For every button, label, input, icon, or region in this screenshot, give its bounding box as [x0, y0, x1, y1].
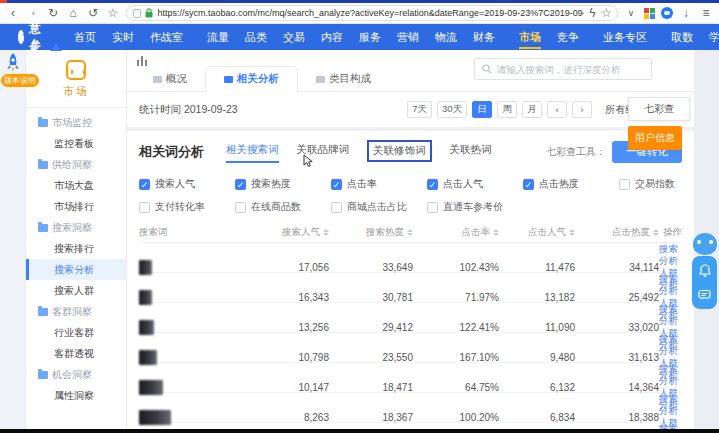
sidebar-item-market-rank[interactable]: 市场排行 [26, 196, 126, 217]
chat-icon[interactable] [698, 289, 711, 301]
redacted-keyword [139, 260, 152, 275]
messenger-extension-icon[interactable] [661, 7, 673, 19]
address-bar[interactable]: https://sycm.taobao.com/mc/mq/search_ana… [126, 5, 618, 21]
unit-week-button[interactable]: 周 [497, 101, 517, 118]
col-search-popularity[interactable]: 搜索人气 [239, 226, 329, 239]
unit-day-button-active[interactable]: 日 [472, 101, 492, 118]
sidebar-item-search-rank[interactable]: 搜索排行 [26, 238, 126, 259]
cell-search-popularity: 10,147 [239, 382, 329, 393]
search-analysis-link[interactable]: 搜索分析 [659, 333, 682, 357]
sidebar-item-industry-customer[interactable]: 行业客群 [26, 322, 126, 343]
tab-related-modifier-words[interactable]: 关联修饰词 [367, 140, 432, 162]
col-click-rate[interactable]: 点击率 [413, 226, 499, 239]
nav-item-data-fetch[interactable]: 取数 [663, 24, 701, 50]
tab-relation-analysis-active[interactable]: 相关分析 [205, 66, 298, 92]
nav-item-realtime[interactable]: 实时 [104, 24, 142, 50]
cell-search-popularity: 13,256 [239, 322, 329, 333]
range-30d-button[interactable]: 30天 [437, 101, 467, 118]
filter-mall-click-share[interactable]: ✓商城点击占比 [331, 200, 427, 214]
tab-related-hot-words[interactable]: 关联热词 [450, 143, 492, 161]
user-info-menu-item[interactable]: 用户信息 [628, 126, 682, 150]
filter-search-popularity[interactable]: ✓搜索人气 [139, 177, 235, 191]
search-analysis-link[interactable]: 搜索分析 [659, 393, 682, 417]
version-badge[interactable]: 版本说明 [1, 74, 39, 87]
extensions-chevron-icon[interactable]: ∨ [624, 9, 638, 18]
search-analysis-link[interactable]: 搜索分析 [659, 243, 682, 267]
nav-item-category[interactable]: 品类 [237, 24, 275, 50]
sidebar-item-search-crowd[interactable]: 搜索人群 [26, 280, 126, 301]
range-7d-button[interactable]: 7天 [407, 101, 432, 118]
site-info-icon[interactable] [133, 9, 141, 18]
download-icon[interactable]: ↓ [679, 7, 693, 19]
search-analysis-link[interactable]: 搜索分析 [659, 363, 682, 387]
tab-overview[interactable]: 概况 [135, 67, 205, 92]
filter-pay-conversion[interactable]: ✓支付转化率 [139, 200, 235, 214]
prev-date-button[interactable]: ‹ [547, 101, 567, 118]
filter-click-rate[interactable]: ✓点击率 [331, 177, 427, 191]
filter-online-items[interactable]: ✓在线商品数 [235, 200, 331, 214]
sidebar-item-market-overview[interactable]: 市场大盘 [26, 175, 126, 196]
home-icon[interactable]: ⌂ [66, 7, 80, 19]
nav-item-academy[interactable]: 学院 [701, 24, 719, 50]
apps-grid-icon[interactable] [644, 8, 655, 19]
bookmark-star-icon[interactable]: ☆ [106, 7, 120, 19]
nav-item-market-active[interactable]: 市场 [511, 24, 549, 50]
nav-item-marketing[interactable]: 营销 [389, 24, 427, 50]
filter-trade-index[interactable]: ✓交易指数 [619, 177, 682, 191]
filter-ztc-ref-price[interactable]: ✓直通车参考价 [427, 200, 523, 214]
nav-item-warroom[interactable]: 作战室 [142, 24, 191, 50]
unit-month-button[interactable]: 月 [522, 101, 542, 118]
checkbox-icon: ✓ [235, 179, 246, 190]
nav-item-trade[interactable]: 交易 [275, 24, 313, 50]
next-date-button[interactable]: › [572, 101, 592, 118]
search-analysis-link[interactable]: 搜索分析 [659, 303, 682, 327]
nav-item-home[interactable]: 首页 [66, 24, 104, 50]
redacted-keyword [139, 290, 152, 305]
nav-item-business-zone[interactable]: 业务专区 [595, 24, 655, 50]
sidebar-group-supply-insight[interactable]: 供给洞察 [26, 154, 126, 175]
filter-click-popularity[interactable]: ✓点击人气 [427, 177, 523, 191]
sidebar-group-search-insight[interactable]: 搜索洞察 [26, 217, 126, 238]
sidebar-item-customer-perspective[interactable]: 客群透视 [26, 343, 126, 364]
col-search-heat[interactable]: 搜索热度 [329, 226, 413, 239]
col-operations: 操作 [659, 226, 682, 239]
nav-item-logistics[interactable]: 物流 [427, 24, 465, 50]
sidebar-item-monitor-board[interactable]: 监控看板 [26, 133, 126, 154]
left-rail: 版本说明 [0, 50, 26, 429]
sidebar-group-market-monitor[interactable]: 市场监控 [26, 112, 126, 133]
nav-item-content[interactable]: 内容 [313, 24, 351, 50]
nav-item-finance[interactable]: 财务 [465, 24, 503, 50]
equalizer-icon [137, 56, 147, 66]
stats-date: 2019-09-23 [184, 103, 238, 115]
cell-search-heat: 33,649 [329, 262, 413, 273]
sidebar-item-search-analysis-active[interactable]: 搜索分析 [26, 259, 126, 280]
filter-click-heat[interactable]: ✓点击热度 [523, 177, 619, 191]
tab-related-brand-words[interactable]: 关联品牌词 [297, 143, 350, 161]
tab-related-search-words-active[interactable]: 相关搜索词 [226, 143, 279, 161]
browser-menu-icon[interactable]: ≡ [699, 7, 713, 19]
sidebar-group-opportunity-insight[interactable]: 机会洞察 [26, 364, 126, 385]
sidebar-group-customer-insight[interactable]: 客群洞察 [26, 301, 126, 322]
rocket-icon[interactable] [4, 52, 22, 74]
nav-item-competition[interactable]: 竞争 [549, 24, 587, 50]
bottom-black-bar [0, 429, 719, 433]
col-click-popularity[interactable]: 点击人气 [499, 226, 575, 239]
search-input[interactable] [497, 64, 644, 75]
history-icon[interactable]: ↺ [86, 7, 100, 19]
sidebar-item-attribute-insight[interactable]: 属性洞察 [26, 385, 126, 406]
favorite-star-icon[interactable]: ☆ [601, 7, 611, 19]
search-analysis-link[interactable]: 搜索分析 [659, 273, 682, 297]
keyword-search-box[interactable] [474, 58, 652, 80]
col-click-heat[interactable]: 点击热度 [575, 226, 659, 239]
nav-item-service[interactable]: 服务 [351, 24, 389, 50]
redacted-keyword [139, 410, 171, 425]
bell-icon[interactable] [699, 264, 711, 277]
tab-category-composition[interactable]: 类目构成 [298, 67, 389, 92]
flash-plugin-icon[interactable]: ϟ [588, 7, 597, 19]
nav-item-traffic[interactable]: 流量 [199, 24, 237, 50]
filter-search-heat[interactable]: ✓搜索热度 [235, 177, 331, 191]
table-row: 10,147 18,471 64.75% 6,132 14,364 搜索分析人群… [139, 363, 682, 393]
elephant-mascot-icon[interactable] [693, 233, 717, 255]
qicaicha-menu-item[interactable]: 七彩查 [628, 97, 690, 121]
cell-search-popularity: 8,263 [239, 412, 329, 423]
